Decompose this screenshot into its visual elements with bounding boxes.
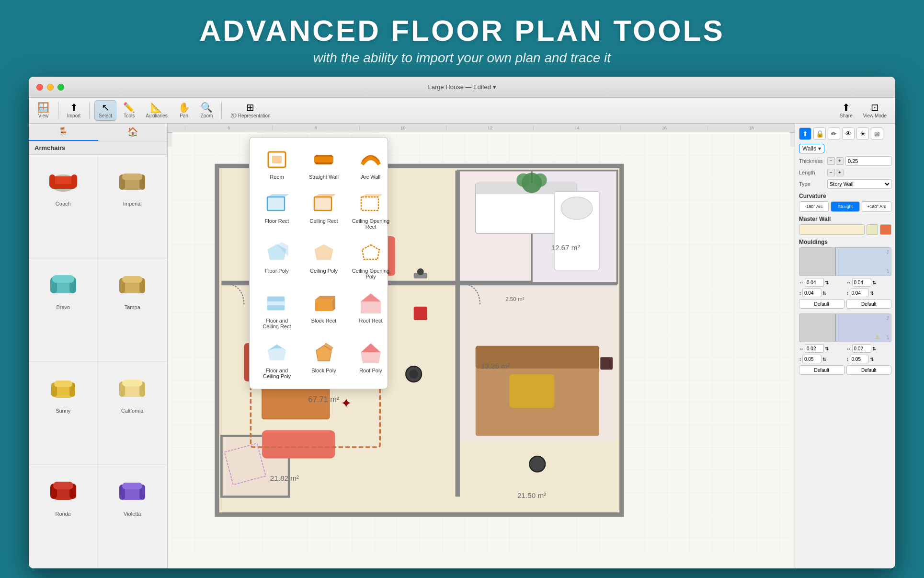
svg-marker-94	[362, 245, 379, 259]
svg-rect-20	[54, 381, 72, 387]
moulding-stepper-br[interactable]: ⇅	[872, 346, 876, 351]
popup-item-ceiling-opening-poly[interactable]: Ceiling Opening Poly	[349, 237, 392, 283]
length-increase[interactable]: +	[836, 169, 844, 176]
ceiling-poly-label: Ceiling Poly	[310, 268, 338, 274]
maximize-button[interactable]	[57, 84, 64, 91]
select-button[interactable]: ↖ Select	[94, 100, 116, 121]
moulding-default-btn-1[interactable]: Default	[799, 299, 844, 309]
moulding-bl2-input[interactable]	[802, 355, 821, 363]
moulding-input-br2: ↕ ⇅	[846, 355, 892, 363]
ceiling-rect-icon	[311, 191, 336, 216]
svg-point-70	[561, 197, 593, 220]
moulding-stepper-mr[interactable]: ⇅	[870, 290, 874, 296]
furniture-item-tampa[interactable]: Tampa	[98, 258, 168, 362]
view-label: View	[38, 113, 49, 118]
thickness-row: Thickness − +	[799, 156, 891, 166]
sunny-img	[44, 368, 82, 406]
import-button[interactable]: ⬆ Import	[63, 101, 84, 120]
popup-item-floor-poly[interactable]: Floor Poly	[255, 237, 298, 283]
share-button[interactable]: ⬆ Share	[836, 101, 856, 120]
thickness-decrease[interactable]: −	[827, 157, 835, 165]
moulding-default-btn-4[interactable]: Default	[846, 365, 892, 375]
tools-button[interactable]: ✏️ Tools	[119, 101, 139, 120]
moulding-ml-input[interactable]	[802, 289, 821, 297]
length-stepper[interactable]: − +	[827, 169, 844, 176]
svg-rect-24	[122, 380, 142, 386]
curvature-pos180[interactable]: +180° Arc	[862, 201, 891, 212]
tampa-img	[113, 264, 151, 302]
furniture-item-imperial[interactable]: Imperial	[98, 155, 168, 258]
popup-item-floor-ceiling-poly[interactable]: Floor and Ceiling Poly	[255, 337, 298, 383]
block-rect-icon	[311, 291, 336, 316]
thickness-label: Thickness	[799, 158, 825, 164]
panel-icon-wall[interactable]: ⬆	[799, 127, 811, 140]
popup-item-straight-wall[interactable]: Straight Wall	[302, 143, 345, 184]
popup-item-roof-poly[interactable]: Roof Poly	[349, 337, 392, 383]
moulding-icon-bl2: ↕	[799, 357, 801, 362]
popup-item-arc-wall[interactable]: Arc Wall	[349, 143, 392, 184]
popup-item-block-rect[interactable]: Block Rect	[302, 287, 345, 333]
panel-icon-sun[interactable]: ☀	[856, 127, 869, 140]
view-button[interactable]: 🪟 View	[34, 101, 53, 120]
sidebar-tab-buildings[interactable]: 🏠	[98, 124, 168, 141]
popup-item-block-poly[interactable]: Block Poly	[302, 337, 345, 383]
view-mode-icon: ⊡	[871, 103, 879, 112]
panel-icon-lock[interactable]: 🔒	[813, 127, 826, 140]
furniture-item-ronda[interactable]: Ronda	[29, 465, 98, 568]
svg-point-67	[409, 370, 418, 379]
popup-item-roof-rect[interactable]: Roof Rect	[349, 287, 392, 333]
master-wall-color1[interactable]	[867, 224, 878, 235]
thickness-increase[interactable]: +	[836, 157, 844, 165]
panel-icon-grid[interactable]: ⊞	[871, 127, 883, 140]
panel-icon-pencil[interactable]: ✏	[828, 127, 840, 140]
svg-point-73	[534, 173, 547, 187]
thickness-input[interactable]	[845, 156, 891, 166]
moulding-stepper-tl[interactable]: ⇅	[825, 280, 829, 285]
minimize-button[interactable]	[47, 84, 54, 91]
walls-dropdown[interactable]: Walls ▾	[799, 144, 824, 153]
panel-icon-eye[interactable]: 👁	[842, 127, 855, 140]
furniture-item-coach[interactable]: Coach	[29, 155, 98, 258]
moulding-stepper-bl[interactable]: ⇅	[825, 346, 829, 351]
zoom-button[interactable]: 🔍 Zoom	[197, 101, 217, 120]
curvature-straight[interactable]: Straight	[831, 201, 860, 212]
popup-item-floor-rect[interactable]: Floor Rect	[255, 187, 298, 233]
length-decrease[interactable]: −	[827, 169, 835, 176]
canvas-inner[interactable]: ✦	[168, 132, 795, 554]
auxiliaries-button[interactable]: 📐 Auxiliaries	[142, 101, 171, 120]
pan-button[interactable]: ✋ Pan	[174, 101, 194, 120]
furniture-item-sunny[interactable]: Sunny	[29, 362, 98, 465]
canvas-area[interactable]: 6 8 10 12 14 16 18	[168, 124, 795, 568]
close-button[interactable]	[36, 84, 43, 91]
moulding-tl-input[interactable]	[805, 278, 824, 287]
view-mode-button[interactable]: ⊡ View Mode	[859, 101, 890, 120]
furniture-item-violetta[interactable]: Violetta	[98, 465, 168, 568]
moulding-default-btn-3[interactable]: Default	[799, 365, 844, 375]
moulding-stepper-br2[interactable]: ⇅	[870, 357, 874, 362]
type-select[interactable]: Story Wall	[827, 179, 891, 189]
sidebar-tab-furniture[interactable]: 🪑	[29, 124, 98, 141]
popup-item-ceiling-poly[interactable]: Ceiling Poly	[302, 237, 345, 283]
moulding-stepper-bl2[interactable]: ⇅	[822, 357, 826, 362]
moulding-stepper-ml[interactable]: ⇅	[822, 290, 826, 296]
representation-button[interactable]: ⊞ 2D Representation	[227, 101, 274, 120]
furniture-item-california[interactable]: California	[98, 362, 168, 465]
furniture-item-bravo[interactable]: Bravo	[29, 258, 98, 362]
moulding-default-btn-2[interactable]: Default	[846, 299, 892, 309]
moulding-mr-input[interactable]	[850, 289, 869, 297]
moulding-tr-input[interactable]	[852, 278, 871, 287]
popup-item-room[interactable]: Room	[255, 143, 298, 184]
moulding-input-ml: ↕ ⇅	[799, 289, 844, 297]
popup-item-ceiling-opening-rect[interactable]: Ceiling Opening Rect	[349, 187, 392, 233]
curvature-neg180[interactable]: -180° Arc	[799, 201, 829, 212]
moulding-br2-input[interactable]	[850, 355, 869, 363]
popup-item-floor-ceiling-rect[interactable]: Floor and Ceiling Rect	[255, 287, 298, 333]
popup-item-ceiling-rect[interactable]: Ceiling Rect	[302, 187, 345, 233]
master-wall-color2[interactable]	[880, 224, 891, 235]
walls-row: Walls ▾	[799, 144, 891, 153]
bravo-name: Bravo	[56, 304, 70, 310]
moulding-br-input[interactable]	[852, 344, 871, 353]
thickness-stepper[interactable]: − +	[827, 157, 844, 165]
moulding-stepper-tr[interactable]: ⇅	[872, 280, 876, 285]
moulding-bl-input[interactable]	[805, 344, 824, 353]
